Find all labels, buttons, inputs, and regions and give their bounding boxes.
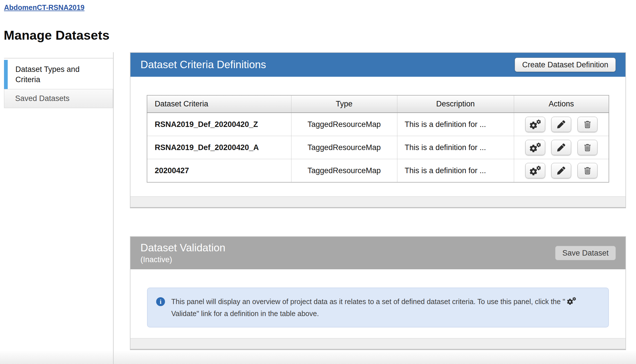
column-header-description: Description bbox=[397, 95, 514, 113]
manage-datasets-page: AbdomenCT-RSNA2019 Manage Datasets Datas… bbox=[0, 0, 636, 364]
validation-panel-subtitle: (Inactive) bbox=[140, 255, 226, 264]
page-bottom-gradient bbox=[0, 350, 636, 364]
pencil-icon bbox=[557, 167, 565, 175]
dataset-validation-panel: Dataset Validation (Inactive) Save Datas… bbox=[130, 236, 626, 350]
sidebar: Dataset Types and Criteria Saved Dataset… bbox=[4, 58, 113, 108]
edit-definition-button[interactable] bbox=[551, 163, 571, 178]
cogs-icon bbox=[567, 297, 576, 305]
info-circle-icon: i bbox=[156, 297, 165, 306]
pencil-icon bbox=[557, 143, 565, 151]
dataset-criteria-description: This is a definition for ... bbox=[397, 113, 514, 136]
delete-definition-button[interactable] bbox=[577, 140, 597, 155]
criteria-table: Dataset Criteria Type Description Action… bbox=[147, 95, 609, 183]
delete-definition-button[interactable] bbox=[577, 117, 597, 132]
dataset-criteria-description: This is a definition for ... bbox=[397, 159, 514, 183]
sidebar-item-saved-datasets[interactable]: Saved Datasets bbox=[4, 89, 113, 108]
sidebar-divider bbox=[113, 52, 114, 364]
sidebar-item-label: Dataset Types and Criteria bbox=[15, 64, 106, 85]
validation-panel-header: Dataset Validation (Inactive) Save Datas… bbox=[130, 237, 625, 269]
dataset-criteria-definitions-panel: Dataset Criteria Definitions Create Data… bbox=[130, 52, 626, 208]
dataset-criteria-name: RSNA2019_Def_20200420_Z bbox=[147, 113, 291, 136]
dataset-criteria-name: RSNA2019_Def_20200420_A bbox=[147, 136, 291, 159]
criteria-panel-title: Dataset Criteria Definitions bbox=[140, 59, 266, 71]
save-dataset-button[interactable]: Save Dataset bbox=[555, 246, 616, 260]
table-row: 20200427 TaggedResourceMap This is a def… bbox=[147, 159, 609, 183]
validation-panel-title: Dataset Validation bbox=[140, 242, 226, 254]
column-header-actions: Actions bbox=[514, 95, 609, 113]
table-row: RSNA2019_Def_20200420_Z TaggedResourceMa… bbox=[147, 113, 609, 136]
trash-icon bbox=[584, 120, 591, 129]
validate-dataset-button[interactable] bbox=[525, 140, 545, 155]
trash-icon bbox=[584, 143, 591, 152]
dataset-criteria-description: This is a definition for ... bbox=[397, 136, 514, 159]
dataset-criteria-type: TaggedResourceMap bbox=[291, 113, 397, 136]
criteria-table-body: RSNA2019_Def_20200420_Z TaggedResourceMa… bbox=[147, 113, 609, 182]
cogs-icon bbox=[530, 166, 541, 175]
sidebar-item-label: Saved Datasets bbox=[15, 94, 70, 103]
page-title: Manage Datasets bbox=[4, 28, 110, 43]
edit-definition-button[interactable] bbox=[551, 117, 571, 132]
project-breadcrumb-link[interactable]: AbdomenCT-RSNA2019 bbox=[4, 3, 84, 12]
criteria-panel-footer bbox=[130, 196, 625, 207]
dataset-criteria-name: 20200427 bbox=[147, 159, 291, 183]
sidebar-item-dataset-types-and-criteria[interactable]: Dataset Types and Criteria bbox=[4, 60, 113, 89]
delete-definition-button[interactable] bbox=[577, 163, 597, 178]
row-actions bbox=[514, 159, 609, 183]
column-header-dataset-criteria: Dataset Criteria bbox=[147, 95, 291, 113]
cogs-icon bbox=[530, 120, 541, 129]
create-dataset-definition-button[interactable]: Create Dataset Definition bbox=[515, 58, 616, 72]
row-actions bbox=[514, 136, 609, 159]
criteria-table-header-row: Dataset Criteria Type Description Action… bbox=[147, 95, 609, 113]
validation-info-alert: i This panel will display an overview of… bbox=[147, 288, 609, 327]
table-row: RSNA2019_Def_20200420_A TaggedResourceMa… bbox=[147, 136, 609, 159]
edit-definition-button[interactable] bbox=[551, 140, 571, 155]
row-actions bbox=[514, 113, 609, 136]
validation-panel-footer bbox=[130, 338, 625, 349]
dataset-criteria-type: TaggedResourceMap bbox=[291, 136, 397, 159]
validate-dataset-button[interactable] bbox=[525, 117, 545, 132]
column-header-type: Type bbox=[291, 95, 397, 113]
criteria-panel-header: Dataset Criteria Definitions Create Data… bbox=[130, 53, 625, 77]
pencil-icon bbox=[557, 120, 565, 128]
dataset-criteria-type: TaggedResourceMap bbox=[291, 159, 397, 183]
trash-icon bbox=[584, 166, 591, 175]
validate-dataset-button[interactable] bbox=[525, 163, 545, 178]
validation-info-text: This panel will display an overview of p… bbox=[171, 296, 600, 319]
cogs-icon bbox=[530, 143, 541, 152]
